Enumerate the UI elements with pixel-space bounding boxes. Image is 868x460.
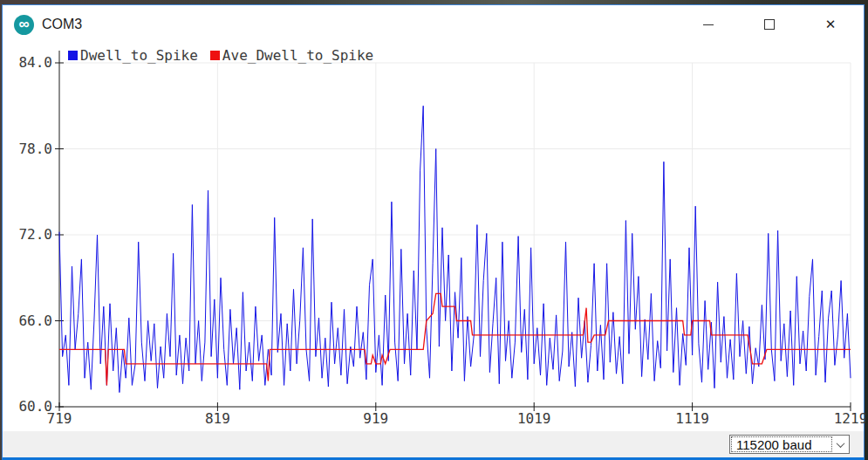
close-icon: ✕ <box>825 17 837 32</box>
chart-legend: Dwell_to_Spike Ave_Dwell_to_Spike <box>68 47 373 64</box>
y-tick-label: 78.0 <box>18 141 52 157</box>
close-button[interactable]: ✕ <box>813 5 848 44</box>
legend-swatch-blue <box>68 51 78 60</box>
x-tick-label: 1219 <box>834 410 865 427</box>
line-chart: 60.066.072.078.084.071981991910191119121… <box>3 44 865 430</box>
serial-plotter-window: ∞ COM3 ✕ Dwell_to_Spike Ave_Dwell_to_Spi… <box>2 4 865 460</box>
plot-area: Dwell_to_Spike Ave_Dwell_to_Spike 60.066… <box>3 44 864 431</box>
arduino-infinity-icon: ∞ <box>14 15 34 35</box>
legend-swatch-red <box>210 51 220 60</box>
infinity-glyph: ∞ <box>18 17 29 31</box>
legend-label-dwell: Dwell_to_Spike <box>80 47 198 64</box>
legend-label-ave-dwell: Ave_Dwell_to_Spike <box>222 47 373 64</box>
baud-rate-value: 115200 baud <box>730 437 831 452</box>
window-title: COM3 <box>42 17 82 32</box>
x-tick-label: 919 <box>363 410 388 427</box>
baud-rate-dropdown[interactable]: 115200 baud <box>729 435 850 454</box>
chevron-down-icon <box>831 436 849 453</box>
legend-item-dwell: Dwell_to_Spike <box>68 47 198 64</box>
statusbar: 115200 baud <box>3 431 864 457</box>
y-tick-label: 72.0 <box>18 226 52 243</box>
minimize-icon <box>703 24 714 25</box>
titlebar[interactable]: ∞ COM3 ✕ <box>3 5 864 44</box>
minimize-button[interactable] <box>691 5 726 44</box>
legend-item-ave-dwell: Ave_Dwell_to_Spike <box>210 47 373 64</box>
window-controls: ✕ <box>691 5 864 44</box>
maximize-icon <box>764 19 775 30</box>
maximize-button[interactable] <box>752 5 787 44</box>
x-tick-label: 1119 <box>675 410 709 427</box>
x-tick-label: 819 <box>205 410 230 427</box>
x-tick-label: 719 <box>47 410 72 427</box>
y-tick-label: 66.0 <box>18 312 52 329</box>
x-tick-label: 1019 <box>517 410 551 427</box>
y-tick-label: 84.0 <box>18 54 52 71</box>
chevron-glyph <box>836 439 844 448</box>
series-ave_dwell_to_spike <box>59 293 851 385</box>
